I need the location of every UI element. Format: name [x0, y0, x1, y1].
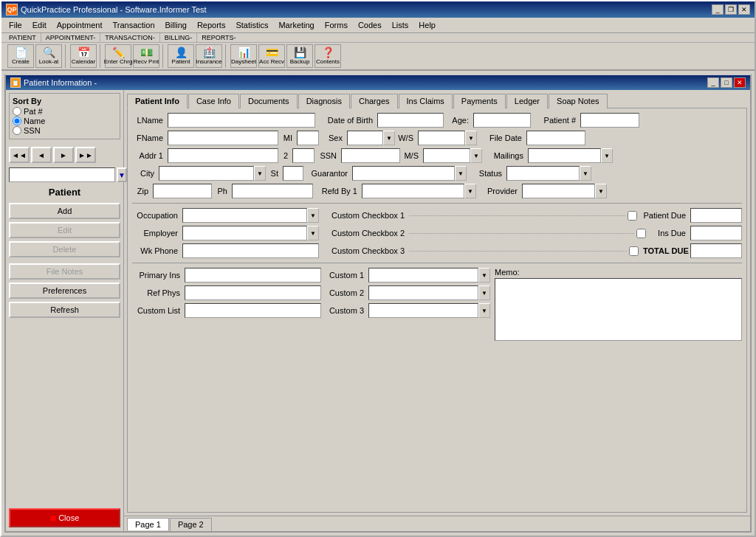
- acc-recv-button[interactable]: 💳 Acc Recv: [258, 44, 285, 68]
- close-button[interactable]: ✕: [738, 4, 750, 15]
- restore-button[interactable]: ❐: [725, 4, 737, 15]
- sex-input[interactable]: [347, 131, 383, 145]
- close-patient-button[interactable]: ■ Close: [9, 508, 120, 527]
- custom2-dropdown-button[interactable]: ▼: [478, 285, 490, 300]
- refd-by-dropdown-button[interactable]: ▼: [464, 184, 476, 198]
- inner-restore-button[interactable]: □: [721, 77, 732, 88]
- create-button[interactable]: 📄 Create: [7, 44, 34, 68]
- radio-name-input[interactable]: [13, 117, 21, 125]
- city-input[interactable]: [159, 166, 254, 181]
- wk-phone-input[interactable]: [182, 243, 319, 258]
- radio-pat-num-input[interactable]: [13, 107, 21, 116]
- dob-input[interactable]: [377, 113, 444, 128]
- recv-pmt-button[interactable]: 💵 Recv Pmt: [133, 44, 159, 68]
- memo-textarea[interactable]: [495, 278, 742, 341]
- tab-soap-notes[interactable]: Soap Notes: [549, 94, 607, 108]
- bottom-tab-page2[interactable]: Page 2: [170, 518, 212, 531]
- menu-codes[interactable]: Codes: [354, 19, 386, 31]
- nav-prev-button[interactable]: ◄: [31, 147, 52, 163]
- ph-input[interactable]: [232, 184, 313, 198]
- menu-edit[interactable]: Edit: [28, 19, 51, 31]
- nav-next-button[interactable]: ►: [53, 147, 74, 163]
- custom-cb2-input[interactable]: [636, 229, 646, 238]
- fname-input[interactable]: [168, 131, 278, 145]
- addr1-input[interactable]: [168, 148, 278, 163]
- zip-input[interactable]: [153, 184, 212, 198]
- backup-button[interactable]: 💾 Backup: [286, 44, 313, 68]
- nav-last-button[interactable]: ►►: [75, 147, 96, 163]
- bottom-tab-page1[interactable]: Page 1: [127, 518, 169, 531]
- insurance-button[interactable]: 🏥 Insurance: [196, 44, 222, 68]
- tab-patient-info[interactable]: Patient Info: [127, 94, 188, 108]
- ssn-input[interactable]: [341, 148, 400, 163]
- file-notes-button[interactable]: File Notes: [9, 263, 120, 280]
- inner-close-button[interactable]: ✕: [734, 77, 746, 88]
- search-input[interactable]: [9, 167, 115, 182]
- provider-dropdown-button[interactable]: ▼: [595, 184, 607, 198]
- ms-input[interactable]: [423, 148, 470, 163]
- age-input[interactable]: [473, 113, 531, 128]
- radio-ssn[interactable]: SSN: [13, 126, 117, 135]
- menu-transaction[interactable]: Transaction: [108, 19, 159, 31]
- patient-due-input[interactable]: [690, 208, 742, 223]
- st-input[interactable]: [283, 166, 303, 181]
- menu-forms[interactable]: Forms: [320, 19, 352, 31]
- custom1-dropdown-button[interactable]: ▼: [478, 268, 490, 283]
- tab-charges[interactable]: Charges: [351, 94, 398, 108]
- menu-reports[interactable]: Reports: [193, 19, 230, 31]
- total-due-input[interactable]: [690, 243, 742, 258]
- nav-first-button[interactable]: ◄◄: [9, 147, 30, 163]
- ins-due-input[interactable]: [690, 226, 742, 240]
- city-dropdown-button[interactable]: ▼: [254, 166, 266, 181]
- add-button[interactable]: Add: [9, 203, 120, 219]
- delete-button[interactable]: Delete: [9, 241, 120, 257]
- enter-chrg-button[interactable]: ✏️ Enter Chrg: [105, 44, 131, 68]
- daysheet-button[interactable]: 📊 Daysheet: [230, 44, 257, 68]
- provider-input[interactable]: [522, 184, 595, 198]
- ref-phys-input[interactable]: [185, 285, 321, 300]
- edit-button[interactable]: Edit: [9, 222, 120, 238]
- menu-billing[interactable]: Billing: [161, 19, 191, 31]
- menu-marketing[interactable]: Marketing: [274, 19, 318, 31]
- file-date-input[interactable]: [526, 131, 585, 145]
- custom1-input[interactable]: [368, 268, 478, 283]
- addr2-input[interactable]: [292, 148, 315, 163]
- mailings-input[interactable]: [528, 148, 601, 163]
- menu-appointment[interactable]: Appointment: [52, 19, 107, 31]
- employer-dropdown-button[interactable]: ▼: [307, 226, 319, 240]
- contents-button[interactable]: ❓ Contents: [315, 44, 341, 68]
- radio-name[interactable]: Name: [13, 117, 117, 125]
- look-at-button[interactable]: 🔍 Look-at: [35, 44, 62, 68]
- menu-file[interactable]: File: [4, 19, 27, 31]
- tab-ledger[interactable]: Ledger: [506, 94, 548, 108]
- minimize-button[interactable]: _: [712, 4, 724, 15]
- patient-button[interactable]: 👤 Patient: [168, 44, 194, 68]
- status-input[interactable]: [506, 166, 580, 181]
- employer-input[interactable]: [182, 226, 307, 240]
- custom3-input[interactable]: [368, 303, 478, 318]
- guarantor-dropdown-button[interactable]: ▼: [455, 166, 467, 181]
- lname-input[interactable]: [168, 113, 315, 128]
- tab-ins-claims[interactable]: Ins Claims: [399, 94, 453, 108]
- occupation-input[interactable]: [182, 208, 307, 223]
- radio-pat-num[interactable]: Pat #: [13, 107, 117, 116]
- radio-ssn-input[interactable]: [13, 126, 21, 135]
- custom2-input[interactable]: [368, 285, 478, 300]
- guarantor-input[interactable]: [352, 166, 455, 181]
- ws-dropdown-button[interactable]: ▼: [465, 131, 477, 145]
- custom-list-input[interactable]: [185, 303, 321, 318]
- status-dropdown-button[interactable]: ▼: [580, 166, 591, 181]
- mailings-dropdown-button[interactable]: ▼: [601, 148, 613, 163]
- occupation-dropdown-button[interactable]: ▼: [307, 208, 319, 223]
- mi-input[interactable]: [297, 131, 319, 145]
- inner-minimize-button[interactable]: _: [707, 77, 719, 88]
- custom-cb3-input[interactable]: [629, 246, 639, 256]
- custom-cb1-input[interactable]: [628, 211, 637, 221]
- menu-help[interactable]: Help: [414, 19, 440, 31]
- menu-statistics[interactable]: Statistics: [231, 19, 272, 31]
- sex-dropdown-button[interactable]: ▼: [383, 131, 395, 145]
- custom3-dropdown-button[interactable]: ▼: [478, 303, 490, 318]
- primary-ins-input[interactable]: [185, 268, 321, 283]
- preferences-button[interactable]: Preferences: [9, 283, 120, 299]
- patient-num-input[interactable]: [580, 113, 639, 128]
